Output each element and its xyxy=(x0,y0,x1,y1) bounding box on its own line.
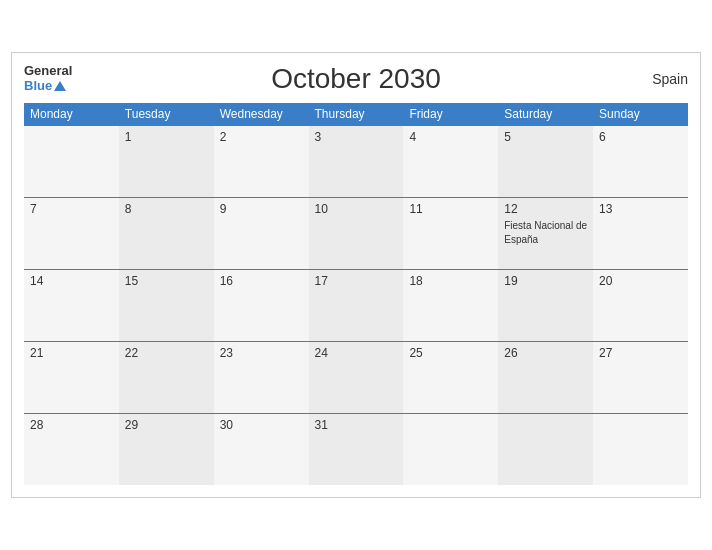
calendar-cell: 9 xyxy=(214,197,309,269)
day-number: 9 xyxy=(220,202,303,216)
day-number: 4 xyxy=(409,130,492,144)
calendar-cell: 26 xyxy=(498,341,593,413)
logo-blue-text: Blue xyxy=(24,79,52,93)
day-number: 26 xyxy=(504,346,587,360)
calendar-cell: 18 xyxy=(403,269,498,341)
calendar-cell: 1 xyxy=(119,125,214,197)
calendar-cell: 19 xyxy=(498,269,593,341)
week-row-3: 14151617181920 xyxy=(24,269,688,341)
day-number: 12 xyxy=(504,202,587,216)
weekday-header-monday: Monday xyxy=(24,103,119,126)
day-number: 15 xyxy=(125,274,208,288)
calendar-cell: 8 xyxy=(119,197,214,269)
calendar-cell: 2 xyxy=(214,125,309,197)
day-number: 30 xyxy=(220,418,303,432)
weekday-header-wednesday: Wednesday xyxy=(214,103,309,126)
day-number: 21 xyxy=(30,346,113,360)
week-row-4: 21222324252627 xyxy=(24,341,688,413)
day-number: 22 xyxy=(125,346,208,360)
day-number: 5 xyxy=(504,130,587,144)
day-number: 19 xyxy=(504,274,587,288)
calendar-cell: 5 xyxy=(498,125,593,197)
weekday-header-sunday: Sunday xyxy=(593,103,688,126)
calendar-cell: 24 xyxy=(309,341,404,413)
calendar-cell: 30 xyxy=(214,413,309,485)
calendar-cell: 29 xyxy=(119,413,214,485)
calendar-cell: 15 xyxy=(119,269,214,341)
calendar-cell: 25 xyxy=(403,341,498,413)
calendar-cell: 21 xyxy=(24,341,119,413)
week-row-5: 28293031 xyxy=(24,413,688,485)
day-number: 13 xyxy=(599,202,682,216)
day-number: 6 xyxy=(599,130,682,144)
week-row-1: 123456 xyxy=(24,125,688,197)
calendar-title: October 2030 xyxy=(271,63,441,95)
calendar-cell xyxy=(24,125,119,197)
weekday-header-saturday: Saturday xyxy=(498,103,593,126)
day-number: 31 xyxy=(315,418,398,432)
calendar-cell: 31 xyxy=(309,413,404,485)
calendar-cell: 14 xyxy=(24,269,119,341)
calendar-cell: 10 xyxy=(309,197,404,269)
day-number: 3 xyxy=(315,130,398,144)
day-number: 14 xyxy=(30,274,113,288)
day-number: 25 xyxy=(409,346,492,360)
logo-general-text: General xyxy=(24,64,72,78)
week-row-2: 789101112Fiesta Nacional de España13 xyxy=(24,197,688,269)
day-number: 20 xyxy=(599,274,682,288)
calendar-cell: 13 xyxy=(593,197,688,269)
calendar-cell xyxy=(498,413,593,485)
day-number: 17 xyxy=(315,274,398,288)
day-number: 27 xyxy=(599,346,682,360)
calendar-cell: 7 xyxy=(24,197,119,269)
day-number: 2 xyxy=(220,130,303,144)
day-number: 7 xyxy=(30,202,113,216)
day-number: 28 xyxy=(30,418,113,432)
calendar-cell: 17 xyxy=(309,269,404,341)
calendar-cell: 12Fiesta Nacional de España xyxy=(498,197,593,269)
calendar-container: General Blue October 2030 Spain MondayTu… xyxy=(11,52,701,499)
weekday-header-tuesday: Tuesday xyxy=(119,103,214,126)
calendar-cell: 16 xyxy=(214,269,309,341)
logo-triangle-icon xyxy=(54,81,66,91)
country-label: Spain xyxy=(652,71,688,87)
day-number: 8 xyxy=(125,202,208,216)
calendar-cell xyxy=(593,413,688,485)
calendar-cell: 4 xyxy=(403,125,498,197)
calendar-cell: 27 xyxy=(593,341,688,413)
calendar-cell xyxy=(403,413,498,485)
day-number: 1 xyxy=(125,130,208,144)
calendar-cell: 28 xyxy=(24,413,119,485)
day-number: 29 xyxy=(125,418,208,432)
weekday-header-row: MondayTuesdayWednesdayThursdayFridaySatu… xyxy=(24,103,688,126)
day-number: 16 xyxy=(220,274,303,288)
weekday-header-friday: Friday xyxy=(403,103,498,126)
day-number: 23 xyxy=(220,346,303,360)
calendar-header: General Blue October 2030 Spain xyxy=(24,63,688,95)
weekday-header-thursday: Thursday xyxy=(309,103,404,126)
calendar-cell: 20 xyxy=(593,269,688,341)
day-number: 24 xyxy=(315,346,398,360)
calendar-cell: 23 xyxy=(214,341,309,413)
day-number: 18 xyxy=(409,274,492,288)
day-number: 11 xyxy=(409,202,492,216)
calendar-cell: 22 xyxy=(119,341,214,413)
calendar-cell: 3 xyxy=(309,125,404,197)
event-label: Fiesta Nacional de España xyxy=(504,220,587,245)
day-number: 10 xyxy=(315,202,398,216)
calendar-cell: 6 xyxy=(593,125,688,197)
calendar-table: MondayTuesdayWednesdayThursdayFridaySatu… xyxy=(24,103,688,486)
logo: General Blue xyxy=(24,64,72,93)
calendar-cell: 11 xyxy=(403,197,498,269)
